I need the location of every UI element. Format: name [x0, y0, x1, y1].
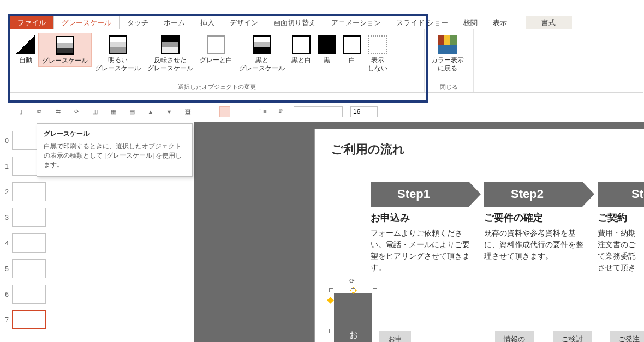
btn-white[interactable]: 白 — [339, 33, 365, 65]
thumb-6[interactable]: 6 — [3, 285, 58, 304]
black-icon — [318, 35, 336, 54]
ribbon-tab-strip: ファイル グレースケール タッチ ホーム 挿入 デザイン 画面切り替え アニメー… — [10, 16, 643, 29]
step1-body[interactable]: フォームよりご依頼ください。電話・メールによりご要望をヒアリングさせて頂きます。 — [371, 227, 474, 273]
mini-bullets-icon[interactable]: ⋮≡ — [257, 106, 267, 117]
step2-arrow[interactable]: Step2 — [484, 182, 582, 207]
thumb-number: 4 — [3, 239, 9, 247]
selected-shape-text: お — [348, 325, 359, 338]
resize-handle-ml[interactable] — [329, 329, 333, 333]
grey-button-2[interactable]: 情報の — [495, 331, 534, 342]
mini-font-size-field[interactable] — [350, 106, 378, 117]
btn-black-label: 黒 — [324, 56, 330, 64]
tab-animation[interactable]: アニメーション — [324, 16, 389, 29]
mini-toolbar[interactable]: ▯ ⧉ ⇆ ⟳ ◫ ▦ ▤ ▲ ▼ 🖼 ≡ ≣ ≡ ⋮≡ ⇵ — [10, 104, 643, 119]
resize-handle-tr[interactable] — [373, 288, 377, 292]
thumb-number: 1 — [3, 163, 9, 170]
ribbon-group-caption-close: 閉じる — [425, 83, 473, 91]
thumb-3[interactable]: 3 — [3, 208, 58, 227]
btn-gray-with-white[interactable]: グレーと白 — [196, 33, 236, 65]
tab-touch[interactable]: タッチ — [120, 16, 156, 29]
black-with-white-icon — [292, 35, 311, 54]
tab-format[interactable]: 書式 — [526, 16, 572, 29]
btn-black-with-gs[interactable]: 黒と グレースケール — [236, 33, 288, 74]
black-with-gs-icon — [253, 35, 271, 54]
btn-black-with-gs-label: 黒と グレースケール — [239, 56, 285, 73]
resize-handle-mr[interactable] — [373, 329, 377, 333]
mini-group-icon[interactable]: ▦ — [108, 106, 119, 117]
slide-title[interactable]: ご利用の流れ — [331, 141, 405, 158]
step1-arrow[interactable]: Step1 — [371, 182, 469, 207]
rotate-handle-icon[interactable]: ⟳ — [349, 277, 357, 285]
editing-stage[interactable]: ご利用の流れ Step1 Step2 Ste お申込み ご要件の確定 ご契約 フ… — [194, 122, 644, 342]
grey-button-1[interactable]: お申 — [379, 331, 411, 342]
mini-ungroup-icon[interactable]: ▤ — [127, 106, 138, 117]
tab-design[interactable]: デザイン — [222, 16, 266, 29]
thumb-image — [12, 310, 46, 329]
mini-dropdown-field[interactable] — [294, 106, 343, 117]
adjust-handle-1[interactable] — [327, 297, 334, 304]
mini-send-back-icon[interactable]: ▼ — [164, 106, 175, 117]
selected-shape[interactable]: お — [334, 293, 372, 342]
inverse-grayscale-icon — [161, 35, 180, 54]
dont-show-icon — [368, 35, 387, 54]
mini-distribute-icon[interactable]: ⇆ — [52, 106, 63, 117]
thumb-2[interactable]: 2 — [3, 182, 58, 201]
btn-back-to-color[interactable]: カラー表示 に戻る — [428, 33, 467, 74]
btn-dont-show[interactable]: 表示 しない — [365, 33, 391, 74]
tab-file[interactable]: ファイル — [10, 16, 53, 29]
mini-clipboard-icon[interactable]: ▯ — [15, 106, 26, 117]
thumb-4[interactable]: 4 — [3, 233, 58, 253]
btn-light-grayscale[interactable]: 明るい グレースケール — [92, 33, 144, 74]
step3-heading[interactable]: ご契約 — [598, 211, 627, 224]
resize-handle-tc[interactable] — [351, 288, 355, 292]
tab-review[interactable]: 校閲 — [456, 16, 485, 29]
mini-align-right-icon[interactable]: ≡ — [238, 106, 249, 117]
tab-grayscale[interactable]: グレースケール — [53, 16, 120, 29]
selected-shape-wrapper[interactable]: ⟳ お — [331, 290, 375, 342]
mini-image-icon[interactable]: 🖼 — [182, 106, 193, 117]
grey-button-4[interactable]: ご発注 — [610, 331, 644, 342]
btn-inverse-grayscale[interactable]: 反転させた グレースケール — [144, 33, 196, 74]
btn-gray-with-white-label: グレーと白 — [200, 56, 232, 64]
back-to-color-icon — [438, 35, 457, 54]
resize-handle-tl[interactable] — [329, 288, 333, 292]
btn-grayscale[interactable]: グレースケール — [38, 33, 92, 67]
mini-rotate-icon[interactable]: ⟳ — [71, 106, 82, 117]
tab-slideshow[interactable]: スライド ショー — [389, 16, 456, 29]
btn-dont-show-label: 表示 しない — [368, 56, 387, 73]
btn-light-grayscale-label: 明るい グレースケール — [95, 56, 141, 73]
step2-heading[interactable]: ご要件の確定 — [484, 211, 543, 224]
slide-canvas[interactable]: ご利用の流れ Step1 Step2 Ste お申込み ご要件の確定 ご契約 フ… — [315, 129, 644, 342]
thumb-number: 3 — [3, 214, 9, 221]
tab-transition[interactable]: 画面切り替え — [266, 16, 324, 29]
thumb-number: 0 — [3, 137, 9, 145]
btn-auto-label: 自動 — [19, 56, 32, 64]
step2-body[interactable]: 既存の資料や参考資料を基に、資料作成代行の要件を整理させて頂きます。 — [484, 227, 588, 262]
thumb-5[interactable]: 5 — [3, 259, 58, 278]
step3-body[interactable]: 費用・納期 注文書のご て業務委託 させて頂き — [598, 227, 644, 273]
step3-arrow[interactable]: Ste — [598, 182, 644, 207]
btn-black[interactable]: 黒 — [314, 33, 339, 65]
mini-line-spacing-icon[interactable]: ⇵ — [275, 106, 286, 117]
step1-heading[interactable]: お申込み — [371, 211, 410, 224]
btn-black-with-white[interactable]: 黒と白 — [288, 33, 314, 65]
tab-view[interactable]: 表示 — [485, 16, 515, 29]
auto-icon — [16, 35, 35, 54]
mini-bring-front-icon[interactable]: ▲ — [145, 106, 156, 117]
grayscale-icon — [56, 36, 74, 55]
mini-align-group-icon[interactable]: ⧉ — [34, 106, 45, 117]
grey-button-3[interactable]: ご検討 — [553, 331, 592, 342]
tab-home[interactable]: ホーム — [156, 16, 193, 29]
btn-auto[interactable]: 自動 — [13, 33, 38, 65]
ribbon: 自動 グレースケール 明るい グレースケール 反転させた グレースケール グレー… — [10, 29, 643, 93]
ribbon-group-caption-change-object: 選択したオブジェクトの変更 — [10, 83, 424, 91]
mini-align-center-icon[interactable]: ≣ — [219, 106, 230, 117]
btn-grayscale-label: グレースケール — [42, 57, 88, 65]
title-underline — [331, 161, 644, 161]
thumb-number: 6 — [3, 291, 9, 298]
tab-insert[interactable]: 挿入 — [193, 16, 222, 29]
thumb-7[interactable]: 7 — [3, 310, 58, 329]
mini-align-left-icon[interactable]: ≡ — [201, 106, 212, 117]
btn-inverse-grayscale-label: 反転させた グレースケール — [147, 56, 193, 73]
mini-arrange-icon[interactable]: ◫ — [90, 106, 100, 117]
